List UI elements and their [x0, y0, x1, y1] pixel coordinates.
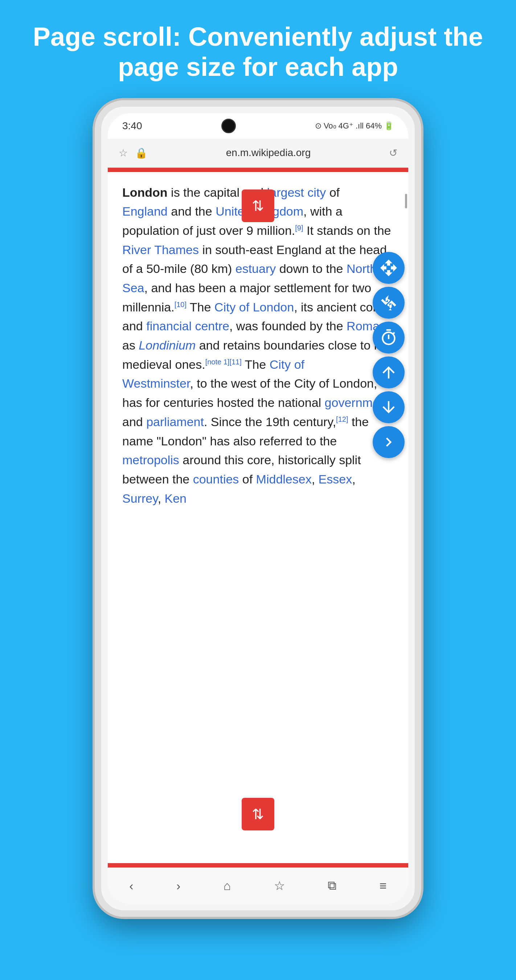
- nav-bookmark-button[interactable]: ☆: [274, 878, 285, 893]
- nav-menu-button[interactable]: ≡: [379, 879, 387, 893]
- signal-bars: .ıll: [356, 121, 364, 130]
- text-10: The: [187, 300, 214, 314]
- wikipedia-content: London is the capital and largest city o…: [108, 172, 408, 519]
- middlesex-link[interactable]: Middlesex: [256, 472, 312, 486]
- nav-tabs-button[interactable]: ⧉: [328, 878, 337, 893]
- text-13: , was founded by the: [229, 319, 346, 333]
- england-link[interactable]: England: [122, 204, 168, 218]
- status-icons: ⊙ Vo₀ 4G⁺ .ıll 64% 🔋: [315, 121, 394, 130]
- parliament-link[interactable]: parliament: [146, 415, 204, 429]
- lock-icon: 🔒: [135, 147, 148, 159]
- scroll-drag-handle-top[interactable]: ⇅: [242, 189, 274, 222]
- header-section: Page scroll: Conveniently adjust the pag…: [0, 0, 516, 97]
- river-thames-link[interactable]: River Thames: [122, 243, 199, 257]
- status-time: 3:40: [122, 120, 142, 132]
- scroll-up-button[interactable]: [373, 356, 405, 388]
- battery-text: 64%: [366, 121, 382, 130]
- phone-frame: 3:40 ⊙ Vo₀ 4G⁺ .ıll 64% 🔋 ☆ 🔒 en.m.wikip…: [95, 100, 421, 917]
- largest-city-link[interactable]: largest city: [267, 186, 326, 199]
- camera-notch: [221, 119, 236, 133]
- status-bar: 3:40 ⊙ Vo₀ 4G⁺ .ıll 64% 🔋: [108, 113, 408, 138]
- text-14: as: [122, 338, 139, 352]
- browser-bar[interactable]: ☆ 🔒 en.m.wikipedia.org ↺: [108, 138, 408, 168]
- drag-arrow-bottom-icon: ⇅: [252, 806, 264, 822]
- counties-link[interactable]: counties: [193, 472, 239, 486]
- surrey-link[interactable]: Surrey: [122, 492, 158, 505]
- text-4: and the: [168, 204, 216, 218]
- drag-arrow-icon: ⇅: [252, 199, 264, 213]
- westminster-link[interactable]: Westminster: [122, 376, 190, 390]
- ref-10[interactable]: [10]: [175, 300, 187, 308]
- next-button[interactable]: [373, 426, 405, 458]
- scroll-down-button[interactable]: [373, 391, 405, 423]
- scroll-button[interactable]: [373, 287, 405, 319]
- text-25: ,: [158, 492, 165, 505]
- text-6: It stands on the: [303, 224, 391, 237]
- estuary-link[interactable]: estuary: [235, 262, 276, 275]
- timer-icon: [379, 328, 398, 347]
- url-display[interactable]: en.m.wikipedia.org: [155, 147, 382, 159]
- move-icon: [379, 259, 398, 277]
- text-24: ,: [352, 472, 355, 486]
- reload-button[interactable]: ↺: [389, 147, 397, 159]
- metropolis-link[interactable]: metropolis: [122, 453, 179, 467]
- scrollbar-indicator[interactable]: [405, 194, 407, 208]
- nav-forward-button[interactable]: ›: [176, 879, 180, 893]
- city-of-london-link[interactable]: City of London: [214, 300, 294, 314]
- next-icon: [379, 433, 398, 451]
- phone-container: 3:40 ⊙ Vo₀ 4G⁺ .ıll 64% 🔋 ☆ 🔒 en.m.wikip…: [95, 100, 421, 917]
- content-area[interactable]: ⇅ London is the capital and largest city…: [108, 172, 408, 863]
- phone-screen: 3:40 ⊙ Vo₀ 4G⁺ .ıll 64% 🔋 ☆ 🔒 en.m.wikip…: [108, 113, 408, 904]
- lte-icon: 4G⁺: [338, 121, 353, 130]
- text-19: . Since the 19th century,: [204, 415, 336, 429]
- signal-text: Vo₀: [324, 121, 337, 130]
- page-title: Page scroll: Conveniently adjust the pag…: [0, 0, 516, 97]
- kent-link[interactable]: Ken: [165, 492, 187, 505]
- floating-buttons-panel: [373, 252, 405, 458]
- timer-button[interactable]: [373, 321, 405, 353]
- move-button[interactable]: [373, 252, 405, 284]
- text-16: The: [242, 358, 270, 371]
- up-icon: [379, 363, 398, 382]
- ref-9[interactable]: [9]: [295, 224, 303, 232]
- ref-12[interactable]: [12]: [336, 415, 348, 423]
- scroll-drag-handle-bottom[interactable]: ⇅: [242, 798, 274, 830]
- down-icon: [379, 398, 398, 416]
- text-8: down to the: [276, 262, 346, 275]
- browser-nav-bar[interactable]: ‹ › ⌂ ☆ ⧉ ≡: [108, 867, 408, 904]
- city-of-westminster-link[interactable]: City of: [270, 358, 305, 371]
- battery-icon: 🔋: [384, 121, 394, 130]
- text-11: , i: [294, 300, 303, 314]
- financial-centre-link[interactable]: financial centre: [146, 319, 229, 333]
- bookmark-star-icon[interactable]: ☆: [119, 147, 128, 159]
- text-3: of: [326, 186, 340, 199]
- essex-link[interactable]: Essex: [319, 472, 352, 486]
- text-18: and: [122, 415, 146, 429]
- text-1: is the cap: [171, 186, 224, 199]
- network-icon: ⊙: [315, 121, 322, 130]
- londinium-link[interactable]: Londinium: [139, 338, 195, 352]
- nav-back-button[interactable]: ‹: [129, 879, 133, 893]
- text-23: ,: [312, 472, 319, 486]
- scroll-indicator-top: [108, 168, 408, 172]
- text-22: of: [239, 472, 256, 486]
- london-bold: London: [122, 186, 168, 199]
- scroll-icon: [379, 294, 398, 312]
- scroll-indicator-bottom: [108, 863, 408, 867]
- ref-note1[interactable]: [note 1][11]: [205, 358, 242, 366]
- nav-home-button[interactable]: ⌂: [224, 879, 231, 893]
